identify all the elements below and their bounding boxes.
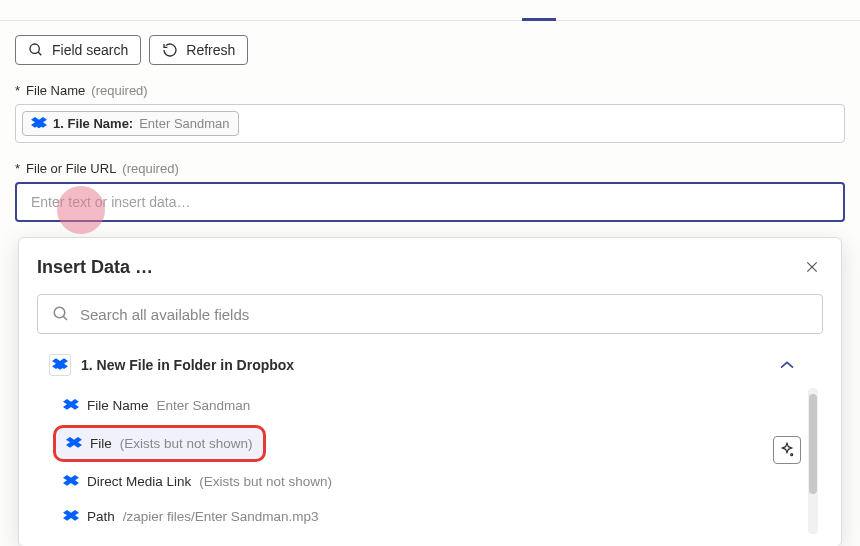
required-asterisk: * [15, 83, 20, 98]
svg-line-1 [38, 52, 41, 55]
svg-point-6 [791, 454, 793, 456]
field-value: (Exists but not shown) [120, 436, 253, 451]
ai-suggest-button[interactable] [773, 436, 801, 464]
search-fields-text[interactable] [80, 306, 808, 323]
file-url-label: File or File URL [26, 161, 116, 176]
svg-line-5 [63, 316, 67, 320]
refresh-label: Refresh [186, 42, 235, 58]
close-icon[interactable] [801, 256, 823, 278]
file-name-input[interactable]: 1. File Name: Enter Sandman [15, 104, 845, 143]
dropbox-icon [63, 510, 79, 524]
file-url-field-group: * File or File URL (required) Enter text… [15, 161, 845, 222]
top-divider [0, 20, 860, 21]
dropbox-icon [49, 354, 71, 376]
field-value: (Exists but not shown) [199, 474, 332, 489]
refresh-button[interactable]: Refresh [149, 35, 248, 65]
svg-point-0 [30, 44, 39, 53]
dropbox-icon [31, 117, 47, 131]
file-url-placeholder: Enter text or insert data… [31, 194, 191, 210]
scrollbar-thumb[interactable] [809, 394, 817, 494]
insert-data-popup: Insert Data … 1. New File in Folder in D… [18, 237, 842, 546]
dropbox-icon [66, 437, 82, 451]
field-option-path[interactable]: Path /zapier files/Enter Sandman.mp3 [53, 499, 815, 534]
field-search-label: Field search [52, 42, 128, 58]
file-name-field-group: * File Name (required) 1. File Name: Ent… [15, 83, 845, 143]
field-name: Direct Media Link [87, 474, 191, 489]
required-asterisk: * [15, 161, 20, 176]
refresh-icon [162, 42, 178, 58]
pill-value: Enter Sandman [139, 116, 229, 131]
file-url-required-note: (required) [122, 161, 178, 176]
search-fields-input[interactable] [37, 294, 823, 334]
data-source-label: 1. New File in Folder in Dropbox [81, 357, 753, 373]
toolbar: Field search Refresh [15, 35, 845, 65]
field-value: Enter Sandman [157, 398, 251, 413]
file-name-required-note: (required) [91, 83, 147, 98]
chevron-up-icon[interactable] [763, 356, 811, 374]
svg-point-4 [54, 307, 65, 318]
file-name-label: File Name [26, 83, 85, 98]
file-name-pill[interactable]: 1. File Name: Enter Sandman [22, 111, 239, 136]
field-option-file[interactable]: File (Exists but not shown) [53, 425, 266, 462]
field-value: /zapier files/Enter Sandman.mp3 [123, 509, 319, 524]
field-name: File [90, 436, 112, 451]
popup-title: Insert Data … [37, 257, 153, 278]
search-icon [28, 42, 44, 58]
field-option-file-name[interactable]: File Name Enter Sandman [53, 388, 815, 423]
search-icon [52, 305, 70, 323]
data-source-row[interactable]: 1. New File in Folder in Dropbox [37, 350, 823, 388]
dropbox-icon [63, 399, 79, 413]
fields-list: File Name Enter Sandman File (Exists but… [37, 388, 823, 534]
dropbox-icon [63, 475, 79, 489]
file-url-input[interactable]: Enter text or insert data… [15, 182, 845, 222]
field-option-direct-media-link[interactable]: Direct Media Link (Exists but not shown) [53, 464, 815, 499]
pill-prefix: 1. File Name: [53, 116, 133, 131]
field-search-button[interactable]: Field search [15, 35, 141, 65]
field-name: Path [87, 509, 115, 524]
field-name: File Name [87, 398, 149, 413]
